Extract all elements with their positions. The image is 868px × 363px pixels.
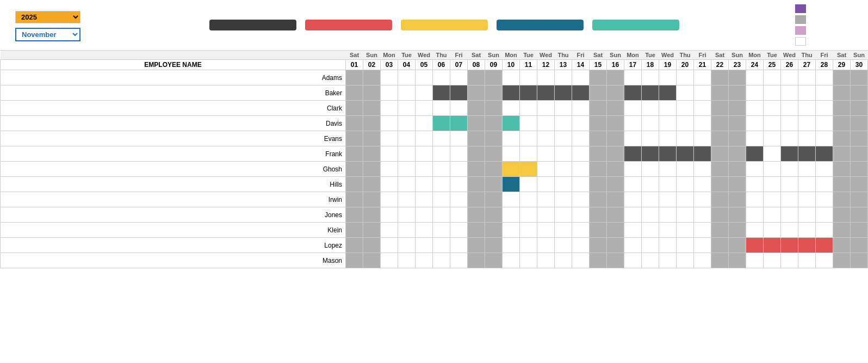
- cell-mason-day06[interactable]: [433, 253, 450, 268]
- cell-irwin-day16[interactable]: [607, 192, 624, 207]
- cell-mason-day09[interactable]: [485, 253, 503, 268]
- cell-lopez-day27[interactable]: [798, 238, 816, 253]
- cell-jones-day23[interactable]: [729, 207, 746, 223]
- cell-klein-day14[interactable]: [572, 223, 590, 238]
- cell-clark-day17[interactable]: [624, 101, 642, 116]
- cell-ghosh-day17[interactable]: [624, 162, 642, 177]
- cell-irwin-day04[interactable]: [398, 192, 416, 207]
- cell-davis-day21[interactable]: [694, 116, 711, 131]
- cell-mason-day04[interactable]: [398, 253, 416, 268]
- cell-evans-day19[interactable]: [659, 131, 677, 146]
- cell-davis-day11[interactable]: [520, 116, 537, 131]
- cell-mason-day05[interactable]: [416, 253, 433, 268]
- cell-frank-day30[interactable]: [851, 146, 868, 162]
- cell-lopez-day20[interactable]: [677, 238, 694, 253]
- cell-klein-day19[interactable]: [659, 223, 677, 238]
- cell-mason-day03[interactable]: [381, 253, 398, 268]
- cell-frank-day12[interactable]: [537, 146, 555, 162]
- cell-clark-day22[interactable]: [711, 101, 729, 116]
- cell-lopez-day01[interactable]: [346, 238, 363, 253]
- cell-lopez-day11[interactable]: [520, 238, 537, 253]
- cell-baker-day17[interactable]: [624, 85, 642, 101]
- cell-klein-day17[interactable]: [624, 223, 642, 238]
- cell-ghosh-day29[interactable]: [833, 162, 851, 177]
- cell-frank-day06[interactable]: [433, 146, 450, 162]
- cell-irwin-day05[interactable]: [416, 192, 433, 207]
- cell-hills-day10[interactable]: [503, 177, 520, 192]
- cell-frank-day27[interactable]: [798, 146, 816, 162]
- cell-baker-day20[interactable]: [677, 85, 694, 101]
- cell-davis-day10[interactable]: [503, 116, 520, 131]
- cell-davis-day16[interactable]: [607, 116, 624, 131]
- cell-adams-day22[interactable]: [711, 70, 729, 85]
- cell-baker-day27[interactable]: [798, 85, 816, 101]
- cell-davis-day03[interactable]: [381, 116, 398, 131]
- cell-mason-day20[interactable]: [677, 253, 694, 268]
- cell-adams-day18[interactable]: [642, 70, 659, 85]
- cell-adams-day10[interactable]: [503, 70, 520, 85]
- cell-adams-day25[interactable]: [764, 70, 781, 85]
- cell-baker-day12[interactable]: [537, 85, 555, 101]
- cell-irwin-day17[interactable]: [624, 192, 642, 207]
- cell-klein-day04[interactable]: [398, 223, 416, 238]
- cell-mason-day11[interactable]: [520, 253, 537, 268]
- cell-hills-day06[interactable]: [433, 177, 450, 192]
- cell-baker-day29[interactable]: [833, 85, 851, 101]
- cell-ghosh-day13[interactable]: [555, 162, 572, 177]
- cell-baker-day25[interactable]: [764, 85, 781, 101]
- cell-klein-day16[interactable]: [607, 223, 624, 238]
- cell-davis-day13[interactable]: [555, 116, 572, 131]
- cell-davis-day18[interactable]: [642, 116, 659, 131]
- cell-jones-day14[interactable]: [572, 207, 590, 223]
- cell-irwin-day08[interactable]: [468, 192, 485, 207]
- year-select[interactable]: 2025: [15, 11, 80, 23]
- cell-hills-day28[interactable]: [816, 177, 833, 192]
- cell-jones-day19[interactable]: [659, 207, 677, 223]
- cell-davis-day22[interactable]: [711, 116, 729, 131]
- cell-jones-day02[interactable]: [363, 207, 381, 223]
- cell-evans-day03[interactable]: [381, 131, 398, 146]
- cell-lopez-day09[interactable]: [485, 238, 503, 253]
- cell-irwin-day23[interactable]: [729, 192, 746, 207]
- cell-irwin-day11[interactable]: [520, 192, 537, 207]
- cell-mason-day15[interactable]: [590, 253, 607, 268]
- cell-clark-day07[interactable]: [450, 101, 468, 116]
- cell-klein-day24[interactable]: [746, 223, 764, 238]
- cell-baker-day10[interactable]: [503, 85, 520, 101]
- cell-hills-day16[interactable]: [607, 177, 624, 192]
- cell-frank-day01[interactable]: [346, 146, 363, 162]
- cell-klein-day05[interactable]: [416, 223, 433, 238]
- cell-frank-day15[interactable]: [590, 146, 607, 162]
- cell-evans-day16[interactable]: [607, 131, 624, 146]
- cell-irwin-day30[interactable]: [851, 192, 868, 207]
- cell-baker-day15[interactable]: [590, 85, 607, 101]
- cell-klein-day01[interactable]: [346, 223, 363, 238]
- cell-irwin-day01[interactable]: [346, 192, 363, 207]
- cell-evans-day29[interactable]: [833, 131, 851, 146]
- cell-baker-day16[interactable]: [607, 85, 624, 101]
- cell-klein-day03[interactable]: [381, 223, 398, 238]
- cell-hills-day12[interactable]: [537, 177, 555, 192]
- cell-clark-day20[interactable]: [677, 101, 694, 116]
- cell-irwin-day06[interactable]: [433, 192, 450, 207]
- cell-evans-day28[interactable]: [816, 131, 833, 146]
- cell-hills-day08[interactable]: [468, 177, 485, 192]
- cell-klein-day09[interactable]: [485, 223, 503, 238]
- cell-ghosh-day23[interactable]: [729, 162, 746, 177]
- cell-ghosh-day03[interactable]: [381, 162, 398, 177]
- cell-davis-day25[interactable]: [764, 116, 781, 131]
- cell-mason-day23[interactable]: [729, 253, 746, 268]
- cell-lopez-day08[interactable]: [468, 238, 485, 253]
- cell-clark-day28[interactable]: [816, 101, 833, 116]
- cell-hills-day04[interactable]: [398, 177, 416, 192]
- cell-frank-day07[interactable]: [450, 146, 468, 162]
- cell-klein-day30[interactable]: [851, 223, 868, 238]
- cell-mason-day26[interactable]: [781, 253, 798, 268]
- cell-hills-day18[interactable]: [642, 177, 659, 192]
- cell-hills-day11[interactable]: [520, 177, 537, 192]
- cell-baker-day03[interactable]: [381, 85, 398, 101]
- cell-lopez-day18[interactable]: [642, 238, 659, 253]
- cell-jones-day21[interactable]: [694, 207, 711, 223]
- cell-adams-day24[interactable]: [746, 70, 764, 85]
- cell-adams-day12[interactable]: [537, 70, 555, 85]
